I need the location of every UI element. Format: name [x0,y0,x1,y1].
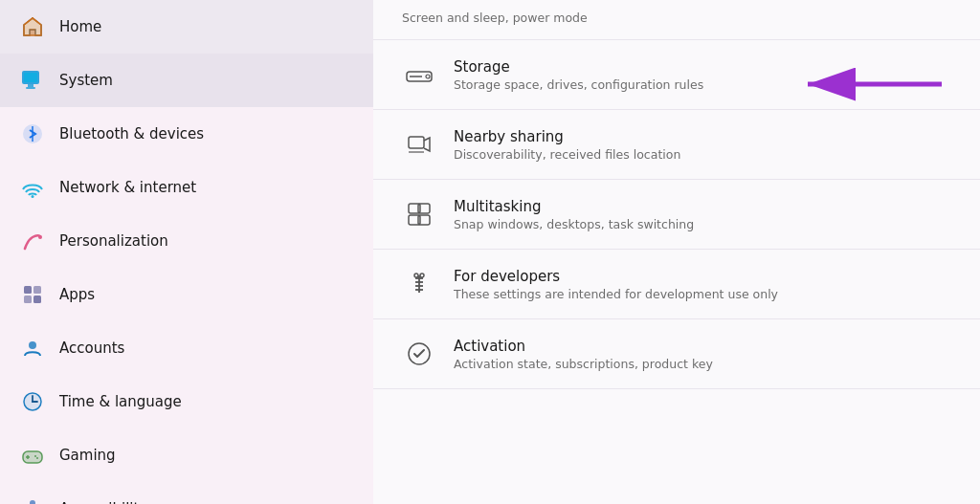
bluetooth-icon [19,121,46,147]
apps-icon [19,281,46,308]
sidebar-item-network[interactable]: Network & internet [0,161,373,214]
sidebar-label-time: Time & language [59,393,182,410]
settings-item-partial: Screen and sleep, power mode [373,0,980,40]
multitasking-icon [402,197,436,231]
svg-point-27 [426,75,430,78]
settings-item-for-developers[interactable]: For developers These settings are intend… [373,250,980,319]
sidebar-item-bluetooth[interactable]: Bluetooth & devices [0,107,373,161]
settings-list: Screen and sleep, power mode Storage Sto… [373,0,980,389]
storage-title: Storage [454,58,703,76]
system-icon [19,67,46,94]
sidebar-item-time[interactable]: Time & language [0,375,373,428]
sidebar-item-home[interactable]: Home [0,0,373,54]
activation-icon [402,337,436,371]
settings-item-multitasking[interactable]: Multitasking Snap windows, desktops, tas… [373,180,980,250]
svg-point-7 [32,195,34,198]
multitasking-subtitle: Snap windows, desktops, task switching [454,217,694,231]
svg-rect-12 [33,296,41,303]
activation-text: Activation Activation state, subscriptio… [454,338,713,371]
nearby-sharing-title: Nearby sharing [454,128,680,145]
sidebar-label-personalization: Personalization [59,232,168,250]
activation-subtitle: Activation state, subscriptions, product… [454,357,713,371]
sidebar-item-personalization[interactable]: Personalization [0,214,373,268]
multitasking-text: Multitasking Snap windows, desktops, tas… [454,198,694,231]
main-content: Screen and sleep, power mode Storage Sto… [373,0,980,504]
settings-item-activation[interactable]: Activation Activation state, subscriptio… [373,319,980,389]
partial-subtitle: Screen and sleep, power mode [402,11,588,25]
activation-title: Activation [454,338,713,355]
svg-rect-2 [24,73,37,82]
sidebar-label-network: Network & internet [59,179,196,196]
svg-rect-10 [33,286,41,294]
svg-rect-0 [30,29,35,35]
settings-item-nearby-sharing[interactable]: Nearby sharing Discoverability, received… [373,110,980,180]
svg-point-18 [32,401,33,403]
for-developers-title: For developers [454,268,778,285]
sidebar-label-bluetooth: Bluetooth & devices [59,125,204,142]
accessibility-icon [19,495,46,504]
for-developers-subtitle: These settings are intended for developm… [454,287,778,301]
sidebar-label-accounts: Accounts [59,340,124,357]
storage-subtitle: Storage space, drives, configuration rul… [454,77,703,92]
nearby-sharing-subtitle: Discoverability, received files location [454,147,680,162]
time-icon [19,388,46,415]
svg-rect-11 [24,296,32,303]
storage-icon [402,57,436,92]
home-icon [19,13,46,40]
for-developers-text: For developers These settings are intend… [454,268,778,301]
sidebar-label-gaming: Gaming [59,447,116,464]
storage-text: Storage Storage space, drives, configura… [454,58,703,92]
svg-rect-4 [26,87,35,89]
accounts-icon [19,335,46,362]
personalization-icon [19,228,46,254]
nearby-sharing-icon [402,127,436,162]
sidebar-item-apps[interactable]: Apps [0,268,373,321]
network-icon [19,174,46,201]
multitasking-title: Multitasking [454,198,694,215]
sidebar-item-accessibility[interactable]: Accessibility [0,482,373,504]
for-developers-icon [402,267,436,301]
arrow-annotation [750,57,961,114]
svg-rect-9 [24,286,32,294]
svg-point-24 [36,457,38,459]
sidebar-item-system[interactable]: System [0,54,373,107]
sidebar-item-gaming[interactable]: Gaming [0,428,373,482]
sidebar-item-accounts[interactable]: Accounts [0,321,373,375]
sidebar-label-system: System [59,72,113,89]
svg-point-25 [30,500,35,504]
settings-item-storage[interactable]: Storage Storage space, drives, configura… [373,40,980,110]
svg-rect-3 [28,84,33,87]
svg-point-41 [414,274,418,277]
svg-point-13 [29,341,36,349]
svg-point-8 [38,235,42,239]
sidebar-label-home: Home [59,18,101,35]
svg-rect-30 [409,137,424,148]
svg-point-42 [420,274,424,277]
sidebar: Home System Bluetooth & devices [0,0,373,504]
svg-point-23 [34,455,36,457]
gaming-icon [19,442,46,469]
nearby-sharing-text: Nearby sharing Discoverability, received… [454,128,680,162]
sidebar-label-accessibility: Accessibility [59,500,147,504]
sidebar-label-apps: Apps [59,286,95,303]
